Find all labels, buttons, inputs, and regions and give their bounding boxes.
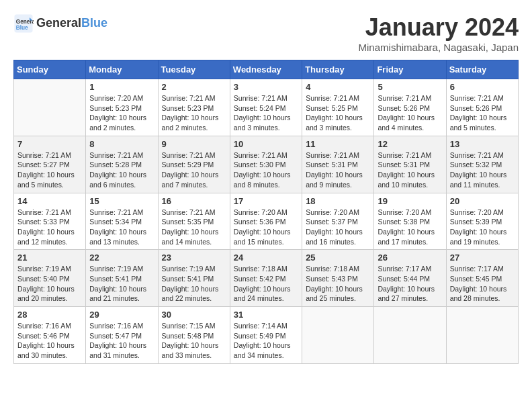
cell-info: Sunrise: 7:21 AMSunset: 5:35 PMDaylight:… [162,208,226,247]
day-cell: 10Sunrise: 7:21 AMSunset: 5:30 PMDayligh… [230,136,302,193]
day-cell: 23Sunrise: 7:19 AMSunset: 5:41 PMDayligh… [158,250,230,307]
location-subtitle: Minamishimabara, Nagasaki, Japan [359,42,519,53]
day-number: 27 [450,253,515,263]
logo-icon: General Blue [13,13,34,34]
day-number: 31 [234,310,298,320]
cell-info: Sunrise: 7:21 AMSunset: 5:28 PMDaylight:… [89,150,154,190]
day-number: 1 [89,82,154,92]
day-cell: 18Sunrise: 7:20 AMSunset: 5:37 PMDayligh… [302,193,374,250]
day-cell: 17Sunrise: 7:20 AMSunset: 5:36 PMDayligh… [230,193,302,250]
day-cell: 24Sunrise: 7:18 AMSunset: 5:42 PMDayligh… [230,250,302,307]
week-row-1: 1Sunrise: 7:20 AMSunset: 5:23 PMDaylight… [14,79,519,136]
day-cell: 26Sunrise: 7:17 AMSunset: 5:44 PMDayligh… [374,250,446,307]
day-cell: 25Sunrise: 7:18 AMSunset: 5:43 PMDayligh… [302,250,374,307]
day-number: 24 [234,253,298,263]
cell-info: Sunrise: 7:19 AMSunset: 5:40 PMDaylight:… [17,264,82,304]
day-number: 11 [306,139,370,149]
day-cell: 7Sunrise: 7:21 AMSunset: 5:27 PMDaylight… [14,136,86,193]
day-number: 25 [306,253,370,263]
cell-info: Sunrise: 7:21 AMSunset: 5:34 PMDaylight:… [89,208,154,247]
title-section: January 2024 Minamishimabara, Nagasaki, … [359,13,519,53]
cell-info: Sunrise: 7:20 AMSunset: 5:36 PMDaylight:… [234,208,298,247]
calendar-body: 1Sunrise: 7:20 AMSunset: 5:23 PMDaylight… [14,79,519,364]
day-cell: 20Sunrise: 7:20 AMSunset: 5:39 PMDayligh… [446,193,518,250]
day-number: 17 [234,196,298,206]
week-row-2: 7Sunrise: 7:21 AMSunset: 5:27 PMDaylight… [14,136,519,193]
cell-info: Sunrise: 7:18 AMSunset: 5:42 PMDaylight:… [234,264,298,304]
day-cell: 1Sunrise: 7:20 AMSunset: 5:23 PMDaylight… [86,79,158,136]
day-cell: 22Sunrise: 7:19 AMSunset: 5:41 PMDayligh… [86,250,158,307]
cell-info: Sunrise: 7:17 AMSunset: 5:44 PMDaylight:… [378,264,442,304]
cell-info: Sunrise: 7:21 AMSunset: 5:25 PMDaylight:… [306,93,370,133]
cell-info: Sunrise: 7:21 AMSunset: 5:31 PMDaylight:… [378,150,442,190]
cell-info: Sunrise: 7:19 AMSunset: 5:41 PMDaylight:… [89,264,154,304]
day-number: 6 [450,82,515,92]
cell-info: Sunrise: 7:21 AMSunset: 5:24 PMDaylight:… [234,93,298,133]
day-cell [446,307,518,364]
day-cell: 31Sunrise: 7:14 AMSunset: 5:49 PMDayligh… [230,307,302,364]
day-number: 26 [378,253,442,263]
day-header-monday: Monday [86,60,158,79]
day-cell: 29Sunrise: 7:16 AMSunset: 5:47 PMDayligh… [86,307,158,364]
cell-info: Sunrise: 7:21 AMSunset: 5:23 PMDaylight:… [162,93,226,133]
day-cell: 12Sunrise: 7:21 AMSunset: 5:31 PMDayligh… [374,136,446,193]
day-number: 14 [17,196,82,206]
cell-info: Sunrise: 7:15 AMSunset: 5:48 PMDaylight:… [162,321,226,361]
svg-text:Blue: Blue [16,25,28,31]
day-number: 4 [306,82,370,92]
day-header-saturday: Saturday [446,60,518,79]
day-number: 21 [17,253,82,263]
day-cell: 15Sunrise: 7:21 AMSunset: 5:34 PMDayligh… [86,193,158,250]
cell-info: Sunrise: 7:21 AMSunset: 5:30 PMDaylight:… [234,150,298,190]
month-title: January 2024 [359,13,519,42]
page-header: General Blue GeneralBlue January 2024 Mi… [13,13,519,53]
day-cell: 4Sunrise: 7:21 AMSunset: 5:25 PMDaylight… [302,79,374,136]
day-cell: 27Sunrise: 7:17 AMSunset: 5:45 PMDayligh… [446,250,518,307]
cell-info: Sunrise: 7:21 AMSunset: 5:27 PMDaylight:… [17,150,82,190]
day-header-sunday: Sunday [14,60,86,79]
day-cell [374,307,446,364]
day-number: 10 [234,139,298,149]
day-number: 2 [162,82,226,92]
cell-info: Sunrise: 7:21 AMSunset: 5:31 PMDaylight:… [306,150,370,190]
day-number: 5 [378,82,442,92]
day-cell: 19Sunrise: 7:20 AMSunset: 5:38 PMDayligh… [374,193,446,250]
day-cell: 11Sunrise: 7:21 AMSunset: 5:31 PMDayligh… [302,136,374,193]
cell-info: Sunrise: 7:16 AMSunset: 5:47 PMDaylight:… [89,321,154,361]
day-number: 29 [89,310,154,320]
calendar-table: SundayMondayTuesdayWednesdayThursdayFrid… [13,60,519,364]
logo: General Blue GeneralBlue [13,13,107,34]
day-cell [14,79,86,136]
day-cell: 8Sunrise: 7:21 AMSunset: 5:28 PMDaylight… [86,136,158,193]
day-header-tuesday: Tuesday [158,60,230,79]
cell-info: Sunrise: 7:20 AMSunset: 5:23 PMDaylight:… [89,93,154,133]
logo-text: GeneralBlue [36,17,107,30]
day-cell: 5Sunrise: 7:21 AMSunset: 5:26 PMDaylight… [374,79,446,136]
week-row-5: 28Sunrise: 7:16 AMSunset: 5:46 PMDayligh… [14,307,519,364]
day-number: 20 [450,196,515,206]
day-number: 28 [17,310,82,320]
day-number: 22 [89,253,154,263]
day-cell: 2Sunrise: 7:21 AMSunset: 5:23 PMDaylight… [158,79,230,136]
day-number: 30 [162,310,226,320]
day-number: 15 [89,196,154,206]
day-number: 13 [450,139,515,149]
day-number: 19 [378,196,442,206]
cell-info: Sunrise: 7:21 AMSunset: 5:26 PMDaylight:… [378,93,442,133]
day-cell: 21Sunrise: 7:19 AMSunset: 5:40 PMDayligh… [14,250,86,307]
cell-info: Sunrise: 7:18 AMSunset: 5:43 PMDaylight:… [306,264,370,304]
day-number: 9 [162,139,226,149]
cell-info: Sunrise: 7:16 AMSunset: 5:46 PMDaylight:… [17,321,82,361]
day-cell: 28Sunrise: 7:16 AMSunset: 5:46 PMDayligh… [14,307,86,364]
day-number: 12 [378,139,442,149]
cell-info: Sunrise: 7:19 AMSunset: 5:41 PMDaylight:… [162,264,226,304]
cell-info: Sunrise: 7:20 AMSunset: 5:37 PMDaylight:… [306,208,370,247]
day-header-thursday: Thursday [302,60,374,79]
cell-info: Sunrise: 7:20 AMSunset: 5:39 PMDaylight:… [450,208,515,247]
day-cell: 13Sunrise: 7:21 AMSunset: 5:32 PMDayligh… [446,136,518,193]
cell-info: Sunrise: 7:21 AMSunset: 5:33 PMDaylight:… [17,208,82,247]
cell-info: Sunrise: 7:21 AMSunset: 5:29 PMDaylight:… [162,150,226,190]
week-row-3: 14Sunrise: 7:21 AMSunset: 5:33 PMDayligh… [14,193,519,250]
day-header-wednesday: Wednesday [230,60,302,79]
day-number: 23 [162,253,226,263]
